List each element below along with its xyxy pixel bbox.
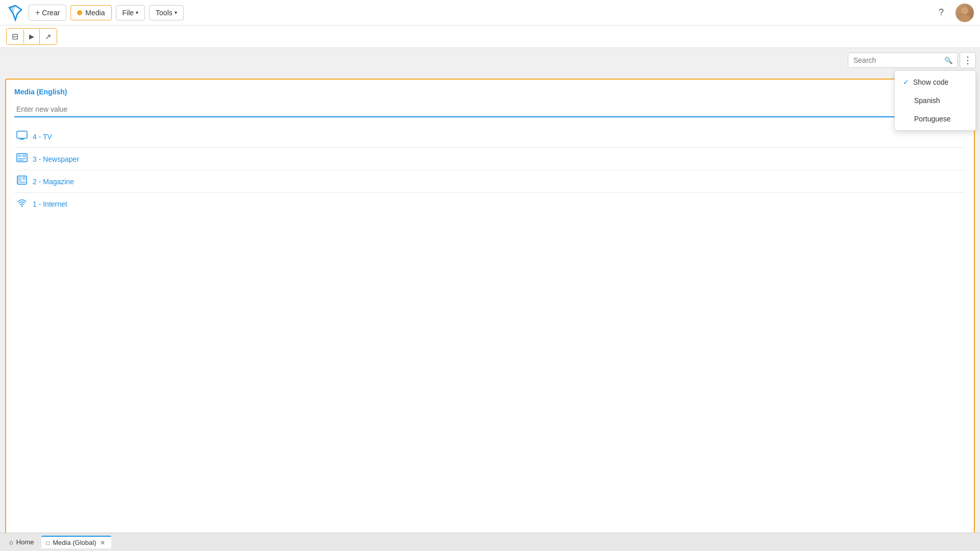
tv-icon (16, 131, 28, 142)
export-icon: ↗ (45, 32, 52, 41)
kebab-icon: ⋮ (963, 55, 972, 66)
svg-rect-12 (18, 177, 21, 181)
tab-icon: □ (46, 540, 50, 546)
main-area: 🔍 ⋮ ✓ Show code Spanish Portuguese Media… (0, 48, 980, 533)
wifi-icon (16, 198, 28, 210)
save-button[interactable]: ⊟ (7, 29, 23, 44)
file-menu-button[interactable]: File ▾ (116, 5, 145, 20)
list-item[interactable]: 3 - Newspaper (14, 148, 966, 170)
tab-close-button[interactable]: ✕ (99, 539, 106, 546)
play-icon: ▶ (29, 33, 34, 40)
search-box: 🔍 (848, 53, 958, 68)
media-global-tab[interactable]: □ Media (Global) ✕ (41, 536, 112, 548)
list-item[interactable]: 4 - TV (14, 126, 966, 148)
export-button[interactable]: ↗ (39, 29, 57, 44)
list-item[interactable]: 2 - Magazine (14, 170, 966, 193)
help-icon: ? (939, 7, 944, 18)
svg-point-0 (961, 7, 968, 14)
home-icon: ⌂ (9, 538, 13, 546)
top-right-controls: 🔍 ⋮ (848, 52, 976, 68)
show-code-item[interactable]: ✓ Show code (895, 73, 975, 91)
media-button[interactable]: Media (70, 5, 111, 20)
chevron-down-icon: ▾ (136, 10, 138, 15)
kebab-menu-button[interactable]: ⋮ (960, 52, 976, 68)
nav-right: ? (933, 4, 974, 22)
svg-rect-16 (17, 176, 18, 184)
home-tab[interactable]: ⌂ Home (4, 536, 39, 548)
play-button[interactable]: ▶ (23, 30, 39, 43)
magazine-icon (16, 176, 28, 187)
logo-icon[interactable] (6, 4, 24, 22)
search-input[interactable] (848, 53, 940, 67)
spanish-item[interactable]: Spanish (895, 91, 975, 110)
toolbar-group: ⊟ ▶ ↗ (6, 28, 57, 45)
portuguese-item[interactable]: Portuguese (895, 110, 975, 128)
search-button[interactable]: 🔍 (940, 54, 957, 67)
newspaper-icon (16, 153, 28, 165)
avatar-image (955, 4, 974, 22)
bottom-bar: ⌂ Home □ Media (Global) ✕ (0, 533, 980, 551)
plus-icon: + (35, 8, 40, 17)
search-icon: 🔍 (944, 57, 953, 64)
top-nav: + Crear Media File ▾ Tools ▾ ? (0, 0, 980, 26)
list-item[interactable]: 1 - Internet (14, 193, 966, 215)
card-title: Media (English) (14, 88, 966, 96)
svg-point-1 (959, 15, 971, 22)
help-button[interactable]: ? (933, 5, 949, 21)
svg-point-17 (21, 206, 23, 207)
new-value-input[interactable] (14, 102, 966, 117)
avatar[interactable] (955, 4, 974, 22)
toolbar-row: ⊟ ▶ ↗ (0, 26, 980, 48)
svg-rect-6 (18, 155, 21, 157)
crear-button[interactable]: + Crear (29, 5, 66, 21)
tools-menu-button[interactable]: Tools ▾ (149, 5, 184, 20)
save-icon: ⊟ (12, 32, 18, 41)
dropdown-menu: ✓ Show code Spanish Portuguese (894, 70, 976, 131)
check-icon: ✓ (903, 78, 909, 86)
media-dot-icon (77, 10, 82, 15)
content-card: Media (English) 4 - TV (5, 79, 975, 551)
chevron-down-icon: ▾ (175, 10, 177, 15)
svg-rect-2 (17, 131, 27, 138)
